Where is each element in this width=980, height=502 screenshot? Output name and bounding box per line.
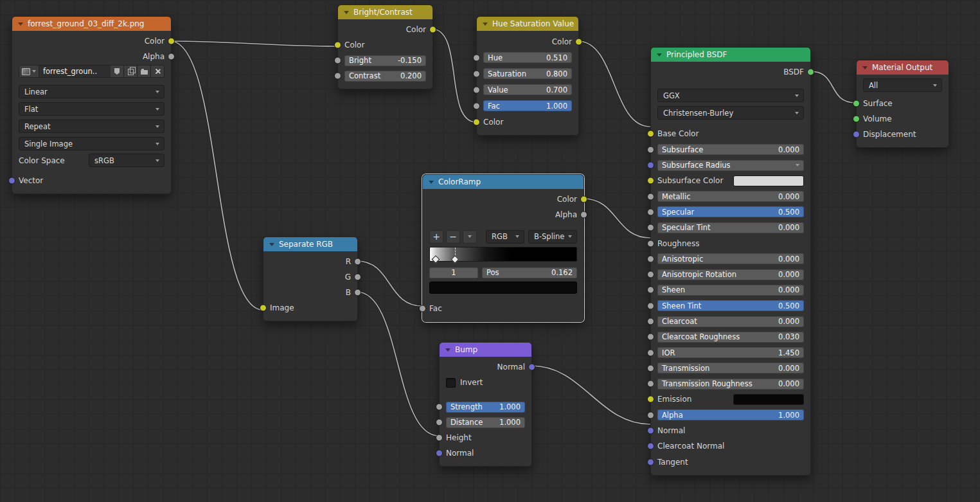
new-image-button[interactable] [124,65,138,78]
ramp-stop-handle-active[interactable] [450,255,459,264]
transmission-roughness-field[interactable]: Transmission Roughness 0.000 [657,379,804,390]
interpolation-dropdown[interactable]: Linear [19,85,165,98]
clearcoat-roughness-input-socket[interactable] [647,334,654,341]
bright-contrast-node[interactable]: Bright/Contrast Color Color Bright -0.15… [337,4,433,89]
collapse-icon[interactable] [269,243,274,246]
hue-input-socket[interactable] [473,54,480,61]
saturation-input-socket[interactable] [473,70,480,77]
principled-header[interactable]: Principled BSDF [651,48,810,62]
image-texture-node[interactable]: forrest_ground_03_diff_2k.png Color Alph… [12,16,172,194]
sheen-input-socket[interactable] [647,287,654,294]
color-output-socket[interactable] [580,196,587,203]
volume-input-socket[interactable] [853,116,860,123]
collapse-icon[interactable] [445,348,450,352]
sheen-field[interactable]: Sheen 0.000 [657,285,804,296]
ramp-stop-handle[interactable] [432,255,440,264]
vector-input-socket[interactable] [8,177,15,184]
unlink-image-button[interactable] [151,65,165,78]
subsurface-color-input-socket[interactable] [647,177,654,184]
color-output-socket[interactable] [429,26,436,33]
color-mode-dropdown[interactable]: RGB [486,230,524,244]
subsurface-color-swatch[interactable] [733,175,804,186]
tangent-input-socket[interactable] [647,458,654,465]
distribution-dropdown[interactable]: GGX [657,89,804,102]
distance-input-socket[interactable] [436,419,443,426]
displacement-input-socket[interactable] [853,131,860,138]
collapse-icon[interactable] [344,11,349,14]
anisotropic-rotation-input-socket[interactable] [647,271,654,278]
clearcoat-normal-input-socket[interactable] [647,443,654,450]
value-input-socket[interactable] [473,86,480,93]
colorramp-header[interactable]: ColorRamp [423,175,584,189]
collapse-icon[interactable] [18,22,23,26]
normal-input-socket[interactable] [647,427,654,435]
remove-stop-button[interactable]: − [446,230,460,244]
collapse-icon[interactable] [862,66,868,69]
interpolation-dropdown[interactable]: B-Spline [528,230,577,244]
alpha-output-socket[interactable] [580,211,587,219]
transmission-input-socket[interactable] [647,364,654,372]
separate-rgb-node[interactable]: Separate RGB R G B Image [263,237,358,321]
surface-input-socket[interactable] [853,100,860,107]
extension-dropdown[interactable]: Repeat [19,120,165,133]
normal-output-socket[interactable] [528,364,535,371]
subsurface-method-dropdown[interactable]: Christensen-Burley [657,106,804,120]
bright-contrast-header[interactable]: Bright/Contrast [338,5,432,19]
principled-bsdf-node[interactable]: Principled BSDF BSDF GGX Christensen-Bur… [650,47,811,476]
material-output-header[interactable]: Material Output [857,60,949,75]
alpha-field[interactable]: Alpha 1.000 [657,409,804,420]
specular-field[interactable]: Specular 0.500 [657,206,804,217]
stop-color-swatch[interactable] [429,282,577,294]
g-output-socket[interactable] [354,274,361,281]
base-color-input-socket[interactable] [647,130,654,138]
subsurface-radius-field[interactable]: Subsurface Radius [657,160,804,171]
image-input-socket[interactable] [260,305,267,312]
strength-input-socket[interactable] [436,404,443,411]
image-texture-header[interactable]: forrest_ground_03_diff_2k.png [12,17,171,31]
strength-field[interactable]: Strength 1.000 [446,402,525,413]
hue-saturation-node[interactable]: Hue Saturation Value Color Hue 0.510 Sat… [476,16,579,136]
source-dropdown[interactable]: Single Image [19,137,165,150]
add-stop-button[interactable]: + [429,230,443,244]
anisotropic-input-socket[interactable] [647,255,654,262]
contrast-field[interactable]: Contrast 0.200 [344,71,426,82]
color-output-socket[interactable] [168,38,175,45]
fake-user-button[interactable] [111,65,124,78]
clearcoat-roughness-field[interactable]: Clearcoat Roughness 0.030 [657,332,804,343]
specular-tint-field[interactable]: Specular Tint 0.000 [657,222,804,233]
bump-node[interactable]: Bump Normal Invert Strength 1.000 [439,342,532,467]
metallic-field[interactable]: Metallic 0.000 [657,191,804,202]
collapse-icon[interactable] [483,22,488,26]
fac-field[interactable]: Fac 1.000 [483,100,572,111]
node-editor-canvas[interactable]: forrest_ground_03_diff_2k.png Color Alph… [0,0,980,502]
roughness-input-socket[interactable] [647,240,654,247]
collapse-icon[interactable] [657,53,662,57]
emission-color-swatch[interactable] [733,394,804,405]
alpha-output-socket[interactable] [168,53,175,60]
image-name-field[interactable]: forrest_groun.. [39,65,111,78]
fac-input-socket[interactable] [419,305,426,312]
subsurface-field[interactable]: Subsurface 0.000 [657,144,804,155]
height-input-socket[interactable] [436,435,443,442]
bsdf-output-socket[interactable] [807,69,814,76]
image-browse-button[interactable] [19,65,39,78]
fac-input-socket[interactable] [473,102,480,109]
color-input-socket[interactable] [473,118,480,125]
saturation-field[interactable]: Saturation 0.800 [483,68,572,79]
specular-input-socket[interactable] [647,208,654,215]
ior-input-socket[interactable] [647,349,654,356]
metallic-input-socket[interactable] [647,193,654,200]
bright-field[interactable]: Bright -0.150 [344,55,426,66]
hue-saturation-header[interactable]: Hue Saturation Value [477,17,578,31]
alpha-input-socket[interactable] [647,411,654,418]
value-field[interactable]: Value 0.700 [483,84,572,95]
separate-rgb-header[interactable]: Separate RGB [263,237,357,251]
distance-field[interactable]: Distance 1.000 [446,417,525,428]
emission-input-socket[interactable] [647,396,654,403]
collapse-icon[interactable] [429,181,434,184]
target-dropdown[interactable]: All [863,78,942,92]
specular-tint-input-socket[interactable] [647,224,654,231]
anisotropic-rotation-field[interactable]: Anisotropic Rotation 0.000 [657,269,804,280]
contrast-input-socket[interactable] [334,73,341,80]
stop-position-field[interactable]: Pos 0.162 [482,267,577,278]
